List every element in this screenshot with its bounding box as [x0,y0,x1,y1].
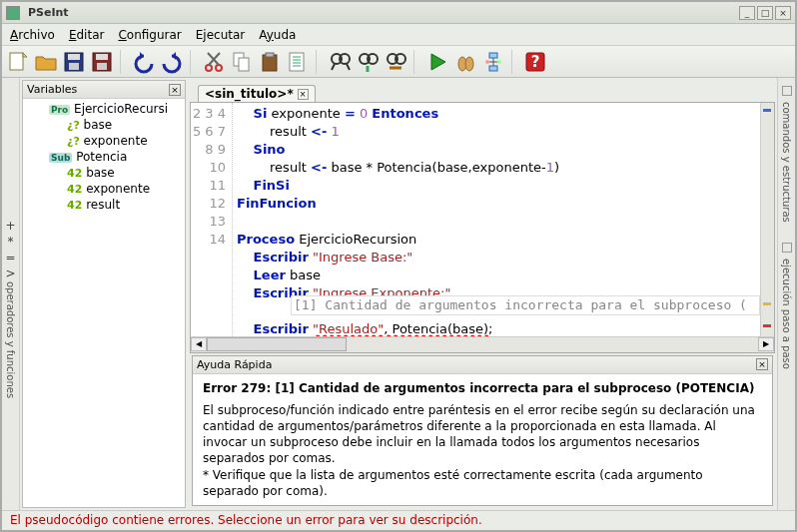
line-numbers: 2 3 4 5 6 7 8 9 10 11 12 13 14 [191,103,233,336]
find-next-icon[interactable] [356,50,380,74]
error-desc-1: El subproceso/función indicado entre par… [203,402,762,467]
svg-rect-2 [68,54,80,60]
svg-rect-12 [266,53,274,57]
tab-sin-titulo[interactable]: <sin_titulo>* × [198,85,316,102]
right-gutter[interactable]: comandos y estructuras ejecución paso a … [777,78,795,510]
help-header: Ayuda Rápida × [193,356,772,374]
toolbar: ? [2,46,795,78]
menu-ejecutar[interactable]: Ejecutar [196,28,246,42]
tab-close-btn[interactable]: × [298,89,309,100]
sub-name: Potencia [76,150,127,164]
minimize-button[interactable]: _ [739,6,755,20]
svg-rect-6 [97,63,107,70]
step-icon[interactable] [453,50,477,74]
tab-label: <sin_titulo>* [205,87,294,101]
svar-result: result [86,198,120,212]
var-exponente: exponente [84,134,148,148]
help-body: Error 279: [1] Cantidad de argumentos in… [193,374,772,505]
app-title: PSeInt [24,6,737,19]
error-desc-2: * Verifique que la lista de argumentos e… [203,467,762,499]
right-label-1: comandos y estructuras [781,102,792,223]
menu-editar[interactable]: Editar [69,28,105,42]
vertical-scrollbar[interactable] [760,103,774,336]
op-mult: * [8,235,14,249]
close-button[interactable]: × [775,6,791,20]
svg-text:?: ? [531,53,540,71]
app-window: PSeInt _ □ × Archivo Editar Configurar E… [0,0,797,532]
open-icon[interactable] [34,50,58,74]
right-sq-1[interactable] [782,86,792,96]
save-as-icon[interactable] [90,50,114,74]
right-label-2: ejecución paso a paso [781,259,792,369]
svg-point-21 [465,57,473,71]
flowchart-icon[interactable] [481,50,505,74]
svg-point-7 [206,65,212,71]
error-title: Error 279: [1] Cantidad de argumentos in… [203,380,762,396]
svg-rect-23 [489,66,497,71]
svar-base: base [86,166,115,180]
svg-point-24 [485,60,489,64]
run-icon[interactable] [425,50,449,74]
left-gutter[interactable]: + * = > operadores y funciones [2,78,20,510]
svg-rect-5 [96,54,108,60]
svg-rect-0 [10,53,23,70]
sub-tag: Sub [49,153,72,163]
svg-point-8 [216,65,222,71]
svg-rect-13 [290,53,304,71]
type-num-tag: 42 [67,167,82,180]
svg-rect-3 [69,63,79,70]
status-bar: El pseudocódigo contiene errores. Selecc… [2,510,795,530]
help-title: Ayuda Rápida [197,358,272,371]
new-icon[interactable] [6,50,30,74]
title-bar: PSeInt _ □ × [2,2,795,24]
save-icon[interactable] [62,50,86,74]
cut-icon[interactable] [202,50,226,74]
menu-bar: Archivo Editar Configurar Ejecutar Ayuda [2,24,795,46]
status-text: El pseudocódigo contiene errores. Selecc… [10,513,482,527]
app-icon [6,6,20,20]
op-eq: = [5,251,15,265]
editor-pane: <sin_titulo>* × 2 3 4 5 6 7 8 9 10 11 12… [190,80,775,508]
hscroll-thumb[interactable] [207,337,347,351]
inline-error-tooltip: [1] Cantidad de argumentos incorrecta pa… [291,295,760,315]
editor: 2 3 4 5 6 7 8 9 10 11 12 13 14 Si expone… [190,102,775,353]
svar-exponente: exponente [86,182,150,196]
undo-icon[interactable] [132,50,156,74]
variables-close-btn[interactable]: × [169,84,181,96]
left-gutter-label: operadores y funciones [5,281,16,398]
copy-icon[interactable] [230,50,254,74]
var-base: base [84,118,113,132]
variables-panel: Variables × Pro EjercicioRecursi ¿? base… [22,80,186,508]
svg-rect-10 [239,58,249,71]
op-plus: + [5,219,15,233]
menu-archivo[interactable]: Archivo [10,28,55,42]
variables-header: Variables × [23,81,185,99]
menu-ayuda[interactable]: Ayuda [259,28,296,42]
svg-rect-22 [489,53,497,58]
menu-configurar[interactable]: Configurar [118,28,181,42]
redo-icon[interactable] [160,50,184,74]
type-unknown-tag: ¿? [67,119,80,132]
main-area: + * = > operadores y funciones Variables… [2,78,795,510]
op-gt: > [5,266,15,280]
replace-icon[interactable] [384,50,407,74]
svg-point-25 [497,60,501,64]
paste-icon[interactable] [258,50,282,74]
maximize-button[interactable]: □ [757,6,773,20]
horizontal-scrollbar[interactable]: ◀ ▶ [191,336,774,352]
variables-tree[interactable]: Pro EjercicioRecursi ¿? base ¿? exponent… [23,99,185,507]
help-close-btn[interactable]: × [756,358,768,370]
indent-icon[interactable] [286,50,310,74]
variables-title: Variables [27,83,77,96]
hscroll-right[interactable]: ▶ [758,337,774,351]
proc-name: EjercicioRecursi [74,102,168,116]
code-area[interactable]: 2 3 4 5 6 7 8 9 10 11 12 13 14 Si expone… [191,103,774,336]
code-lines[interactable]: Si exponente = 0 Entonces result <- 1 Si… [233,103,760,336]
right-sq-2[interactable] [782,243,792,253]
tabs-bar: <sin_titulo>* × [190,80,775,102]
hscroll-left[interactable]: ◀ [191,337,207,351]
find-icon[interactable] [328,50,352,74]
help-panel: Ayuda Rápida × Error 279: [1] Cantidad d… [192,355,773,506]
help-icon[interactable]: ? [523,50,547,74]
proc-tag: Pro [49,105,70,115]
